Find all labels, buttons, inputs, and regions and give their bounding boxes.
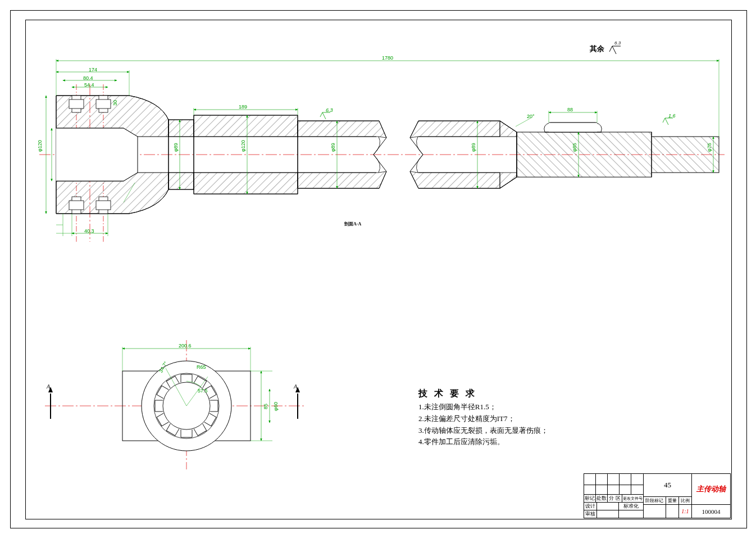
dim-dia-shaft2a: φ89	[330, 143, 336, 152]
dim-dia-end: φ75	[707, 143, 712, 152]
tech-req-item: 1.未注倒圆角半径R1.5；	[418, 401, 548, 413]
default-finish-value: 6.3	[614, 40, 621, 46]
tb-hdr-std: 标准化	[619, 503, 643, 510]
svg-rect-22	[517, 132, 652, 177]
section-mark-a-left: A	[47, 383, 50, 390]
section-mark-a-right: A	[294, 383, 297, 390]
tb-hdr-weight: 重量	[666, 497, 679, 504]
tb-hdr-doc: 更改文件号	[622, 495, 643, 502]
dim-dia-shaft2b: φ89	[471, 143, 476, 152]
tb-part-name: 主传动轴	[696, 484, 726, 494]
dim-dia-big2: φ120	[240, 140, 246, 152]
dim-endview-radius: R65	[197, 364, 206, 370]
title-block: 标记 处数 分 区 更改文件号 设计 标准化 审核 45 阶段标记 重量 比	[584, 473, 731, 518]
dim-yoke-outer: 174	[89, 67, 97, 73]
tb-drawing-no: 100004	[692, 505, 730, 518]
dim-dia-shaft: φ89	[173, 143, 179, 152]
tech-requirements-list: 1.未注倒圆角半径R1.5； 2.未注偏差尺寸处精度为IT7； 3.传动轴体应无…	[418, 401, 548, 448]
svg-rect-13	[96, 201, 111, 210]
dim-endview-height: 85	[263, 404, 268, 409]
svg-line-55	[516, 118, 531, 126]
dim-dia-big: φ120	[37, 140, 43, 152]
tb-hdr-scale: 比例	[679, 497, 691, 504]
tech-req-title: 技 术 要 求	[418, 388, 477, 400]
tb-hdr-design: 设计	[584, 503, 597, 510]
svg-rect-9	[96, 100, 111, 108]
tech-req-item: 3.传动轴体应无裂损，表面无显著伤痕；	[418, 425, 548, 437]
dim-yoke-inner: 54.4	[84, 82, 94, 88]
svg-rect-8	[69, 100, 84, 108]
dim-endview-width: 200.6	[179, 343, 192, 349]
tb-hdr-mark: 标记	[584, 495, 596, 502]
tb-hdr-div: 分 区	[608, 495, 622, 502]
svg-rect-12	[69, 201, 84, 210]
tb-material: 45	[644, 474, 691, 497]
main-section-view	[39, 59, 725, 242]
svg-rect-25	[652, 137, 719, 173]
dim-taper-angle: 20°	[527, 114, 535, 119]
dim-hole-gap: 40.3	[84, 228, 94, 234]
tech-req-title-text: 技 术 要 求	[418, 388, 477, 400]
default-finish-label: 其余	[590, 44, 604, 54]
dim-shoulder-len: 189	[239, 104, 247, 110]
dim-hole-small: 30	[112, 100, 118, 106]
dim-keyway-len: 88	[567, 107, 573, 112]
dim-endview-hole: φ60	[273, 402, 279, 411]
surface-mid: 6.3	[326, 107, 333, 113]
dim-dia-shaft3: φ85	[572, 143, 577, 152]
dim-yoke-mid: 80.4	[83, 75, 93, 81]
default-surface-finish-icon	[609, 46, 621, 54]
dim-spline-dia: 57.5	[198, 388, 208, 394]
dim-total-length: 1780	[382, 55, 393, 61]
surface-end: 1.6	[668, 113, 676, 119]
tech-req-item: 4.零件加工后应清除污垢。	[418, 436, 548, 448]
tb-hdr-review: 审核	[584, 510, 597, 518]
tb-hdr-stage: 阶段标记	[644, 497, 666, 504]
tech-req-item: 2.未注偏差尺寸处精度为IT7；	[418, 413, 548, 425]
tb-scale-value: 1:1	[679, 505, 691, 518]
drawing-canvas	[0, 0, 756, 538]
tb-hdr-qty: 处数	[596, 495, 608, 502]
svg-rect-23	[549, 123, 597, 132]
svg-rect-15	[168, 120, 194, 137]
section-label-aa: 剖面A-A	[344, 221, 361, 227]
svg-rect-16	[168, 173, 194, 189]
